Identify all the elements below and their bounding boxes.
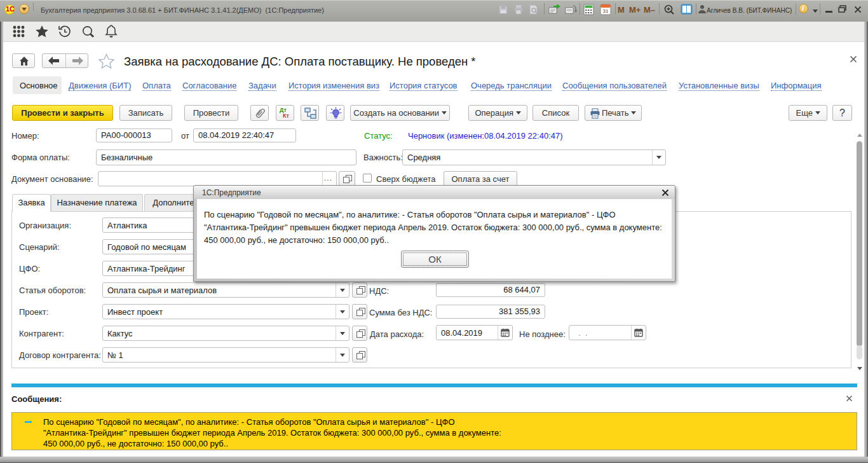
svg-text:31: 31: [603, 8, 609, 14]
